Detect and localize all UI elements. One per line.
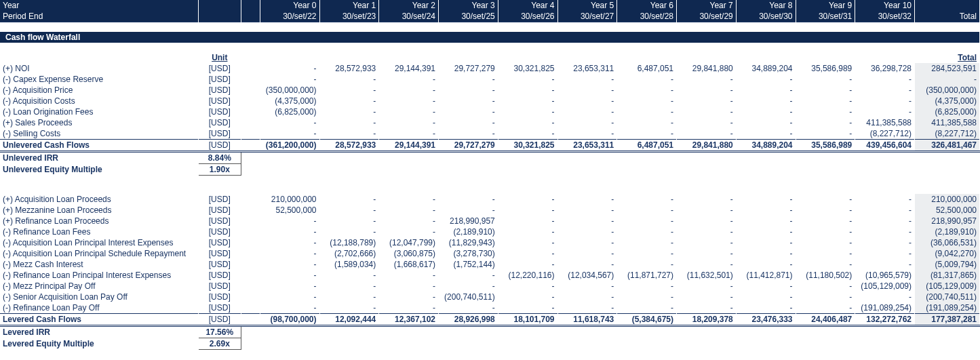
table-row: (-) Mezz Principal Pay Off[USD]---------… xyxy=(0,281,980,292)
cell: - xyxy=(677,205,737,216)
cell: - xyxy=(439,128,498,140)
cell: - xyxy=(617,281,677,292)
row-unit: [USD] xyxy=(199,128,241,140)
cell: (98,700,000) xyxy=(260,314,319,326)
cell: - xyxy=(736,74,796,85)
levered-cf-row: Levered Cash Flows [USD] (98,700,000) 12… xyxy=(0,314,980,326)
cell: - xyxy=(319,302,379,314)
row-label: (-) Acquisition Price xyxy=(0,85,199,96)
cell: 6,487,051 xyxy=(617,139,677,151)
row-label: Levered Cash Flows xyxy=(0,314,199,326)
cell: - xyxy=(677,226,737,237)
cell: - xyxy=(796,85,855,96)
date-col: 30/set/28 xyxy=(617,11,677,22)
cell: - xyxy=(260,237,319,248)
row-unit: [USD] xyxy=(199,259,241,270)
cell: (200,740,511) xyxy=(439,292,498,302)
year-label: Year xyxy=(0,0,199,11)
cell: - xyxy=(617,96,677,106)
metric-label: Levered Equity Multiple xyxy=(0,338,199,350)
row-unit: [USD] xyxy=(199,194,241,205)
cell: (12,034,567) xyxy=(557,270,617,281)
cell: - xyxy=(260,128,319,140)
cell: - xyxy=(617,259,677,270)
row-label: (-) Capex Expense Reserve xyxy=(0,74,199,85)
year-col: Year 7 xyxy=(677,0,737,11)
cell: - xyxy=(557,237,617,248)
cell: - xyxy=(617,85,677,96)
cell: - xyxy=(677,194,737,205)
cell: 29,144,391 xyxy=(379,63,439,74)
cell: - xyxy=(260,117,319,128)
cell: - xyxy=(677,74,737,85)
cell: - xyxy=(439,85,498,96)
cell: - xyxy=(855,205,915,216)
cell: 29,144,391 xyxy=(379,139,439,151)
cell: - xyxy=(557,96,617,106)
cell: - xyxy=(677,248,737,259)
cell: - xyxy=(498,259,557,270)
cell: - xyxy=(379,194,439,205)
cell: - xyxy=(498,85,557,96)
row-label: (+) Refinance Loan Proceeds xyxy=(0,216,199,226)
cell: - xyxy=(557,226,617,237)
cell: - xyxy=(796,128,855,140)
total-header: Total xyxy=(915,52,980,63)
cell: - xyxy=(617,226,677,237)
cell: 28,572,933 xyxy=(319,63,379,74)
row-unit: [USD] xyxy=(199,292,241,302)
cell: - xyxy=(557,74,617,85)
cell: - xyxy=(557,216,617,226)
cell: (8,227,712) xyxy=(855,128,915,140)
row-unit: [USD] xyxy=(199,139,241,151)
date-col: 30/set/22 xyxy=(260,11,319,22)
cell: 30,321,825 xyxy=(498,139,557,151)
date-col: 30/set/23 xyxy=(319,11,379,22)
date-col: 30/set/31 xyxy=(796,11,855,22)
unlevered-mult-row: Unlevered Equity Multiple 1.90x xyxy=(0,163,980,175)
cell: - xyxy=(498,205,557,216)
cell: (12,047,799) xyxy=(379,237,439,248)
levered-mult-row: Levered Equity Multiple 2.69x xyxy=(0,338,980,350)
metric-label: Unlevered Equity Multiple xyxy=(0,163,199,175)
cell: - xyxy=(617,237,677,248)
cell: (361,200,000) xyxy=(260,139,319,151)
row-unit: [USD] xyxy=(199,117,241,128)
row-label: (-) Refinance Loan Principal Interest Ex… xyxy=(0,270,199,281)
row-total: (105,129,009) xyxy=(915,281,980,292)
cell: - xyxy=(557,281,617,292)
cell: - xyxy=(498,281,557,292)
row-label: (+) Mezzanine Loan Proceeds xyxy=(0,205,199,216)
cell: (2,189,910) xyxy=(439,226,498,237)
row-label: (-) Acquisition Loan Principal Schedule … xyxy=(0,248,199,259)
row-total: 210,000,000 xyxy=(915,194,980,205)
cell: - xyxy=(319,205,379,216)
cell: (5,384,675) xyxy=(617,314,677,326)
unlevered-cf-row: Unlevered Cash Flows [USD] (361,200,000)… xyxy=(0,139,980,151)
cell: 18,101,709 xyxy=(498,314,557,326)
cell: - xyxy=(379,85,439,96)
cell: 411,385,588 xyxy=(855,117,915,128)
cell: - xyxy=(498,74,557,85)
cell: - xyxy=(498,292,557,302)
cell: - xyxy=(260,270,319,281)
table-row: (-) Capex Expense Reserve[USD]----------… xyxy=(0,74,980,85)
cell: - xyxy=(796,248,855,259)
cell: - xyxy=(379,117,439,128)
cell: - xyxy=(796,292,855,302)
cell: (4,375,000) xyxy=(260,96,319,106)
cell: - xyxy=(557,117,617,128)
cell: - xyxy=(319,281,379,292)
table-row: (+) Sales Proceeds[USD]----------411,385… xyxy=(0,117,980,128)
cell: (12,188,789) xyxy=(319,237,379,248)
levered-irr-row: Levered IRR 17.56% xyxy=(0,326,980,338)
date-col: 30/set/26 xyxy=(498,11,557,22)
cell: (11,871,727) xyxy=(617,270,677,281)
row-total: (9,042,270) xyxy=(915,248,980,259)
cell: - xyxy=(319,96,379,106)
cell: - xyxy=(796,106,855,117)
date-col: 30/set/24 xyxy=(379,11,439,22)
cell: - xyxy=(319,106,379,117)
table-row: (-) Acquisition Loan Principal Interest … xyxy=(0,237,980,248)
cell: - xyxy=(260,74,319,85)
